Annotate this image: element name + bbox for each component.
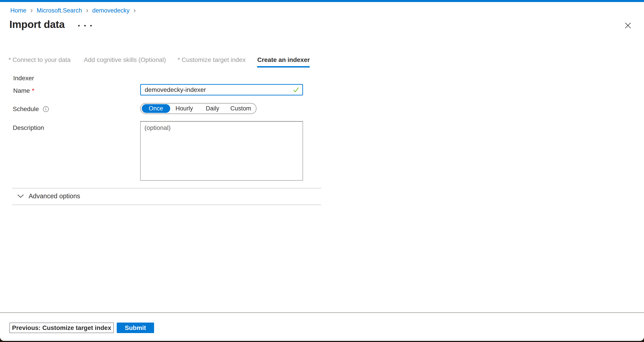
close-button[interactable] xyxy=(622,20,634,31)
valid-check-icon xyxy=(293,86,300,93)
chevron-down-icon xyxy=(17,194,24,198)
schedule-option-hourly[interactable]: Hourly xyxy=(170,105,198,112)
wizard-tab-bar: *Connect to your data Add cognitive skil… xyxy=(8,56,310,68)
schedule-toggle-group: Once Hourly Daily Custom xyxy=(140,103,256,114)
close-icon xyxy=(624,22,632,30)
tab-required-marker: * xyxy=(8,56,11,63)
tab-label: Create an indexer xyxy=(257,56,310,63)
tab-label: Add cognitive skills (Optional) xyxy=(84,56,166,63)
breadcrumb-link-home[interactable]: Home xyxy=(10,7,26,14)
name-field-label: Name * xyxy=(13,87,34,94)
tab-label: Customize target index xyxy=(182,56,246,63)
top-accent-bar xyxy=(0,0,644,2)
schedule-option-custom[interactable]: Custom xyxy=(227,105,255,112)
section-title-indexer: Indexer xyxy=(13,75,34,82)
breadcrumb-link-demovedecky[interactable]: demovedecky xyxy=(92,7,130,14)
tab-required-marker: * xyxy=(178,56,180,63)
tab-create-an-indexer[interactable]: Create an indexer xyxy=(257,56,310,68)
schedule-option-once[interactable]: Once xyxy=(142,104,170,113)
previous-step-button[interactable]: Previous: Customize target index xyxy=(10,322,114,333)
divider xyxy=(12,188,321,188)
name-input-wrapper xyxy=(140,84,303,96)
breadcrumb: Home Microsoft.Search demovedecky xyxy=(10,7,137,14)
ellipsis-icon xyxy=(78,25,80,26)
footer-divider xyxy=(0,312,644,313)
name-label-text: Name xyxy=(13,87,30,94)
required-asterisk: * xyxy=(32,87,34,94)
page-title: Import data xyxy=(10,18,64,30)
description-textarea[interactable] xyxy=(140,121,303,180)
ellipsis-icon xyxy=(84,25,86,26)
breadcrumb-link-microsoft-search[interactable]: Microsoft.Search xyxy=(37,7,82,14)
schedule-field-label: Schedule xyxy=(13,106,49,113)
chevron-right-icon xyxy=(132,8,137,14)
chevron-right-icon xyxy=(30,8,34,14)
indexer-name-input[interactable] xyxy=(141,86,293,94)
tab-customize-target-index[interactable]: *Customize target index xyxy=(178,56,246,68)
tab-label: Connect to your data xyxy=(12,56,71,63)
tab-add-cognitive-skills[interactable]: Add cognitive skills (Optional) xyxy=(82,56,166,68)
description-label-text: Description xyxy=(13,124,44,132)
description-field-label: Description xyxy=(13,124,44,132)
chevron-right-icon xyxy=(85,8,89,14)
submit-button[interactable]: Submit xyxy=(117,322,154,333)
more-options-button[interactable] xyxy=(77,23,92,28)
import-data-panel: Home Microsoft.Search demovedecky Import… xyxy=(0,0,644,341)
advanced-options-toggle[interactable]: Advanced options xyxy=(17,192,80,200)
ellipsis-icon xyxy=(90,25,92,26)
info-icon[interactable] xyxy=(43,106,49,112)
tab-connect-to-your-data[interactable]: *Connect to your data xyxy=(8,56,71,68)
divider xyxy=(12,204,321,205)
schedule-option-daily[interactable]: Daily xyxy=(198,105,226,112)
schedule-label-text: Schedule xyxy=(13,106,39,113)
advanced-options-label: Advanced options xyxy=(28,192,80,200)
